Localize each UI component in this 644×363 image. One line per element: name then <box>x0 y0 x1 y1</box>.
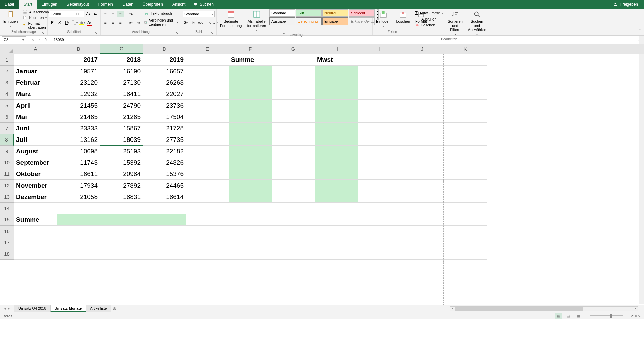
cell-H10[interactable] <box>315 157 358 168</box>
cell-C8[interactable]: 18039 <box>100 134 143 146</box>
cell-B16[interactable] <box>57 226 100 237</box>
cell-D16[interactable] <box>143 226 186 237</box>
cell-K3[interactable] <box>444 77 487 88</box>
select-all-corner[interactable] <box>0 44 14 54</box>
cell-F12[interactable] <box>229 180 272 191</box>
cell-J8[interactable] <box>401 134 444 146</box>
cell-E13[interactable] <box>186 191 229 203</box>
cell-K15[interactable] <box>444 214 487 226</box>
cell-J10[interactable] <box>401 157 444 168</box>
cell-E11[interactable] <box>186 168 229 180</box>
number-format-combo[interactable]: Standard▾ <box>183 11 215 17</box>
tab-formulas[interactable]: Formeln <box>94 0 118 9</box>
orientation-button[interactable]: ⟲▾ <box>128 11 134 17</box>
cell-F3[interactable] <box>229 77 272 88</box>
cell-H2[interactable] <box>315 66 358 77</box>
cell-J9[interactable] <box>401 146 444 157</box>
cell-A11[interactable]: Oktober <box>14 168 57 180</box>
fill-color-button[interactable]: ▾ <box>79 19 85 26</box>
cell-G10[interactable] <box>272 157 315 168</box>
cell-G18[interactable] <box>272 248 315 260</box>
cell-J12[interactable] <box>401 180 444 191</box>
cell-I16[interactable] <box>358 226 401 237</box>
cell-D17[interactable] <box>143 237 186 248</box>
clear-button[interactable]: Löschen▾ <box>414 22 444 28</box>
cell-B14[interactable] <box>57 203 100 214</box>
cell-D7[interactable]: 21728 <box>143 123 186 134</box>
cell-I18[interactable] <box>358 248 401 260</box>
cell-F14[interactable] <box>229 203 272 214</box>
cell-J14[interactable] <box>401 203 444 214</box>
cell-A14[interactable] <box>14 203 57 214</box>
cell-G1[interactable] <box>272 54 315 66</box>
col-header-I[interactable]: I <box>358 44 401 54</box>
cell-A17[interactable] <box>14 237 57 248</box>
style-berechnung[interactable]: Berechnung <box>296 17 322 25</box>
row-header-15[interactable]: 15 <box>0 214 14 226</box>
row-header-4[interactable]: 4 <box>0 88 14 100</box>
grow-font-button[interactable]: A▴ <box>85 11 92 17</box>
cell-C17[interactable] <box>100 237 143 248</box>
col-header-E[interactable]: E <box>186 44 229 54</box>
cell-D11[interactable]: 15376 <box>143 168 186 180</box>
cell-I1[interactable] <box>358 54 401 66</box>
cell-B6[interactable]: 21465 <box>57 111 100 123</box>
cell-B15[interactable] <box>57 214 100 226</box>
cell-H11[interactable] <box>315 168 358 180</box>
cell-E4[interactable] <box>186 88 229 100</box>
style-standard[interactable]: Standard <box>269 9 295 17</box>
tell-me-search[interactable]: Suchen <box>190 0 217 9</box>
cell-I7[interactable] <box>358 123 401 134</box>
row-header-6[interactable]: 6 <box>0 111 14 123</box>
sheet-tab-monate[interactable]: Umsatz Monate <box>50 305 86 312</box>
increase-decimal-button[interactable]: ←.0 <box>205 19 212 26</box>
cell-I5[interactable] <box>358 100 401 111</box>
cell-F2[interactable] <box>229 66 272 77</box>
cell-C9[interactable]: 25193 <box>100 146 143 157</box>
cell-B9[interactable]: 10698 <box>57 146 100 157</box>
view-normal-button[interactable]: ▦ <box>555 313 562 319</box>
col-header-K[interactable]: K <box>444 44 487 54</box>
cell-D6[interactable]: 17504 <box>143 111 186 123</box>
cell-J3[interactable] <box>401 77 444 88</box>
cell-I3[interactable] <box>358 77 401 88</box>
cell-F9[interactable] <box>229 146 272 157</box>
style-neutral[interactable]: Neutral <box>322 9 348 17</box>
cell-C1[interactable]: 2018 <box>100 54 143 66</box>
col-header-F[interactable]: F <box>229 44 272 54</box>
bold-button[interactable]: F <box>49 19 56 26</box>
cell-C11[interactable]: 20984 <box>100 168 143 180</box>
cell-K1[interactable] <box>444 54 487 66</box>
col-header-B[interactable]: B <box>57 44 100 54</box>
cell-H6[interactable] <box>315 111 358 123</box>
cell-I13[interactable] <box>358 191 401 203</box>
cell-styles-gallery[interactable]: Standard Gut Neutral Schlecht Ausgabe Be… <box>269 9 375 25</box>
cell-J18[interactable] <box>401 248 444 260</box>
cell-B11[interactable]: 16611 <box>57 168 100 180</box>
tab-review[interactable]: Überprüfen <box>138 0 168 9</box>
cell-C15[interactable] <box>100 214 143 226</box>
wrap-text-button[interactable]: Textumbruch <box>143 11 180 16</box>
cell-A3[interactable]: Februar <box>14 77 57 88</box>
cell-K11[interactable] <box>444 168 487 180</box>
cell-J1[interactable] <box>401 54 444 66</box>
cell-C2[interactable]: 16190 <box>100 66 143 77</box>
tab-insert[interactable]: Einfügen <box>37 0 62 9</box>
thousand-button[interactable]: 000 <box>197 19 204 26</box>
cell-C5[interactable]: 24790 <box>100 100 143 111</box>
cell-F5[interactable] <box>229 100 272 111</box>
cell-D5[interactable]: 23736 <box>143 100 186 111</box>
decrease-indent-button[interactable]: ⇤ <box>128 19 134 26</box>
cell-A4[interactable]: März <box>14 88 57 100</box>
sheet-nav-prev[interactable]: ◂ <box>4 306 6 311</box>
cell-C13[interactable]: 18831 <box>100 191 143 203</box>
row-header-11[interactable]: 11 <box>0 168 14 180</box>
fb-fx[interactable]: fx <box>43 37 49 43</box>
cell-K14[interactable] <box>444 203 487 214</box>
cell-D3[interactable]: 26268 <box>143 77 186 88</box>
cell-E2[interactable] <box>186 66 229 77</box>
cell-J16[interactable] <box>401 226 444 237</box>
cell-H12[interactable] <box>315 180 358 191</box>
cell-D10[interactable]: 24826 <box>143 157 186 168</box>
sort-filter-button[interactable]: Sortieren und Filtern▾ <box>446 9 465 37</box>
